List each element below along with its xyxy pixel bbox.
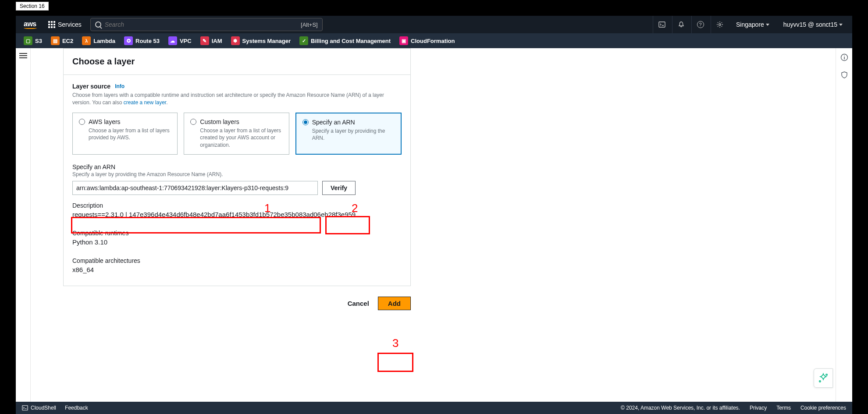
main-layout: Choose a layer Layer source Info Choose … bbox=[16, 48, 852, 402]
info-icon bbox=[840, 53, 848, 61]
arn-field-help: Specify a layer by providing the Amazon … bbox=[72, 171, 402, 177]
services-label: Services bbox=[58, 21, 82, 28]
option-custom-layers[interactable]: Custom layers Choose a layer from a list… bbox=[184, 113, 289, 155]
help-button[interactable]: ? bbox=[691, 16, 709, 33]
cloudshell-icon bbox=[658, 21, 665, 28]
add-button[interactable]: Add bbox=[378, 297, 411, 310]
panel-title: Choose a layer bbox=[72, 57, 402, 67]
arch-label: Compatible architectures bbox=[72, 257, 402, 264]
svc-s3[interactable]: ▢S3 bbox=[19, 33, 46, 48]
tutorial-panel-toggle[interactable] bbox=[840, 71, 848, 81]
radio-icon bbox=[79, 119, 85, 125]
server-icon: ▤ bbox=[51, 36, 60, 45]
svg-rect-0 bbox=[659, 22, 665, 27]
layer-source-options: AWS layers Choose a layer from a list of… bbox=[72, 113, 402, 155]
svg-point-4 bbox=[826, 374, 827, 375]
arn-input[interactable] bbox=[72, 181, 318, 195]
account-menu[interactable]: huyvv15 @ sonct15 bbox=[777, 21, 849, 28]
svc-iam[interactable]: ✎IAM bbox=[196, 33, 227, 48]
right-help-rail bbox=[836, 48, 852, 402]
search-icon bbox=[95, 21, 101, 28]
form-actions: Cancel Add bbox=[63, 286, 411, 328]
svc-label: Lambda bbox=[93, 38, 115, 44]
svc-ec2[interactable]: ▤EC2 bbox=[46, 33, 78, 48]
question-icon: ? bbox=[697, 21, 704, 28]
settings-button[interactable] bbox=[711, 16, 728, 33]
arn-field-label: Specify an ARN bbox=[72, 163, 402, 170]
svc-ssm[interactable]: ✽Systems Manager bbox=[227, 33, 295, 48]
vpc-icon: ☁ bbox=[168, 36, 177, 45]
layer-source-help: Choose from layers with a compatible run… bbox=[72, 92, 402, 106]
search-shortcut-hint: [Alt+S] bbox=[301, 21, 318, 28]
nav-right-cluster: ? Singapore huyvv15 @ sonct15 bbox=[653, 16, 849, 33]
ai-helper-button[interactable] bbox=[814, 368, 833, 388]
aws-logo[interactable]: aws bbox=[19, 20, 41, 29]
shield-icon bbox=[840, 71, 848, 79]
svc-cloudformation[interactable]: ▣CloudFormation bbox=[395, 33, 459, 48]
runtimes-value: Python 3.10 bbox=[72, 238, 402, 246]
svc-label: CloudFormation bbox=[411, 38, 455, 44]
hamburger-icon bbox=[19, 52, 27, 60]
iam-icon: ✎ bbox=[200, 36, 209, 45]
services-menu-button[interactable]: Services bbox=[44, 16, 86, 33]
service-shortcut-bar: ▢S3 ▤EC2 λLambda ✪Route 53 ☁VPC ✎IAM ✽Sy… bbox=[16, 33, 852, 48]
svc-label: EC2 bbox=[62, 38, 73, 44]
caret-down-icon bbox=[839, 24, 843, 26]
cookie-preferences-link[interactable]: Cookie preferences bbox=[800, 405, 846, 411]
cloudshell-label: CloudShell bbox=[31, 405, 56, 411]
verify-button[interactable]: Verify bbox=[322, 181, 356, 195]
svc-lambda[interactable]: λLambda bbox=[78, 33, 120, 48]
content-area: Choose a layer Layer source Info Choose … bbox=[31, 48, 836, 402]
svc-route53[interactable]: ✪Route 53 bbox=[120, 33, 164, 48]
create-new-layer-link[interactable]: create a new layer bbox=[124, 99, 166, 106]
feedback-link[interactable]: Feedback bbox=[65, 405, 88, 411]
svc-label: Billing and Cost Management bbox=[311, 38, 391, 44]
ssm-icon: ✽ bbox=[231, 36, 240, 45]
dns-icon: ✪ bbox=[124, 36, 133, 45]
svg-point-1 bbox=[719, 24, 720, 25]
sidebar-toggle[interactable] bbox=[16, 48, 31, 402]
region-label: Singapore bbox=[736, 21, 764, 28]
region-selector[interactable]: Singapore bbox=[730, 21, 776, 28]
cancel-button[interactable]: Cancel bbox=[343, 297, 374, 310]
gear-icon bbox=[716, 21, 723, 28]
radio-icon bbox=[190, 119, 196, 125]
info-link[interactable]: Info bbox=[115, 83, 125, 89]
search-input[interactable] bbox=[105, 21, 297, 28]
panel-body: Layer source Info Choose from layers wit… bbox=[64, 75, 410, 286]
account-label: huyvv15 @ sonct15 bbox=[783, 21, 837, 28]
radio-icon bbox=[302, 119, 309, 125]
svc-label: IAM bbox=[212, 38, 222, 44]
svc-label: Route 53 bbox=[135, 38, 160, 44]
option-desc: Choose a layer from a list of layers pro… bbox=[79, 127, 171, 142]
info-panel-toggle[interactable] bbox=[840, 53, 848, 63]
option-title: Custom layers bbox=[200, 118, 239, 125]
aws-logo-text: aws bbox=[24, 20, 36, 28]
arch-value: x86_64 bbox=[72, 266, 402, 273]
runtimes-label: Compatible runtimes bbox=[72, 230, 402, 237]
layer-source-label: Layer source Info bbox=[72, 83, 402, 90]
cloudshell-icon bbox=[22, 405, 28, 411]
notifications-button[interactable] bbox=[672, 16, 690, 33]
billing-icon: ✓ bbox=[299, 36, 308, 45]
svg-rect-3 bbox=[22, 406, 28, 410]
svg-point-5 bbox=[819, 381, 821, 382]
svc-vpc[interactable]: ☁VPC bbox=[164, 33, 196, 48]
section-tag: Section 16 bbox=[16, 2, 49, 11]
cloudshell-link[interactable]: CloudShell bbox=[22, 405, 56, 411]
grid-icon bbox=[48, 21, 55, 28]
option-specify-arn[interactable]: Specify an ARN Specify a layer by provid… bbox=[295, 113, 402, 155]
option-title: AWS layers bbox=[89, 118, 121, 125]
description-value: requests==2.31.0 | 147e396d4e434d6fb48e4… bbox=[72, 211, 402, 218]
bell-icon bbox=[678, 21, 685, 28]
global-search[interactable]: [Alt+S] bbox=[90, 18, 323, 31]
cfn-icon: ▣ bbox=[399, 36, 408, 45]
cloudshell-icon-button[interactable] bbox=[653, 16, 670, 33]
option-aws-layers[interactable]: AWS layers Choose a layer from a list of… bbox=[72, 113, 178, 155]
svc-label: VPC bbox=[180, 38, 192, 44]
privacy-link[interactable]: Privacy bbox=[750, 405, 767, 411]
option-desc: Specify a layer by providing the ARN. bbox=[302, 127, 395, 142]
terms-link[interactable]: Terms bbox=[776, 405, 791, 411]
bucket-icon: ▢ bbox=[24, 36, 32, 45]
svc-billing[interactable]: ✓Billing and Cost Management bbox=[295, 33, 395, 48]
